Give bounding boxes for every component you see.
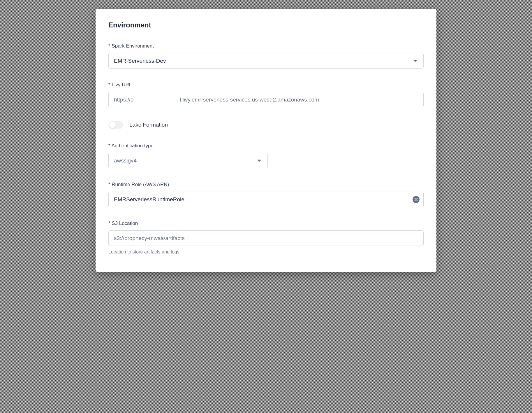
spark-environment-field: * Spark Environment — [108, 43, 424, 69]
spark-environment-label: * Spark Environment — [108, 43, 424, 49]
s3-location-label: * S3 Location — [108, 220, 424, 226]
livy-url-input[interactable] — [108, 92, 424, 107]
clear-runtime-role-button[interactable] — [413, 196, 420, 203]
livy-url-field: * Livy URL — [108, 82, 424, 107]
livy-url-label: * Livy URL — [108, 82, 424, 88]
s3-location-input[interactable] — [108, 230, 424, 246]
spark-environment-value[interactable] — [108, 53, 424, 69]
environment-card: Environment * Spark Environment * Livy U… — [96, 9, 436, 272]
auth-type-field: * Authentication type — [108, 143, 424, 168]
s3-location-help: Location to store artifacts and logs — [108, 249, 424, 255]
section-title: Environment — [108, 21, 424, 29]
auth-type-value[interactable] — [108, 153, 268, 168]
runtime-role-input[interactable] — [108, 192, 424, 207]
s3-location-field: * S3 Location Location to store artifact… — [108, 220, 424, 255]
spark-environment-select[interactable] — [108, 53, 424, 69]
lake-formation-toggle[interactable] — [108, 121, 123, 129]
auth-type-select[interactable] — [108, 153, 268, 168]
close-icon — [415, 198, 418, 201]
toggle-knob — [109, 122, 116, 128]
lake-formation-label: Lake Formation — [129, 122, 168, 128]
auth-type-label: * Authentication type — [108, 143, 424, 149]
lake-formation-row: Lake Formation — [108, 121, 424, 129]
runtime-role-label: * Runtime Role (AWS ARN) — [108, 182, 424, 188]
runtime-role-field: * Runtime Role (AWS ARN) — [108, 182, 424, 207]
